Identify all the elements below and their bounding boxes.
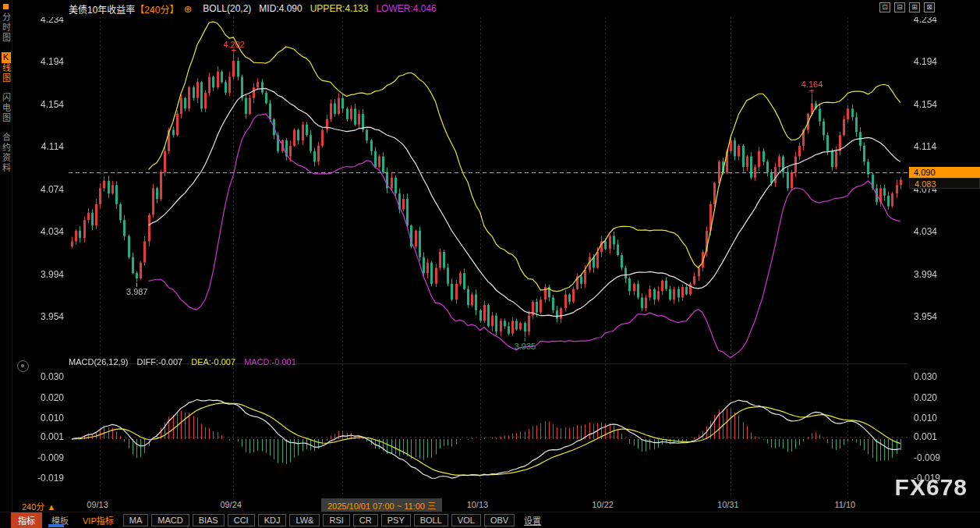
title-group: 美债10年收益率 【240分】 ⊕ (69, 2, 192, 16)
period-arrow-icon: ▲ (47, 502, 55, 512)
macd-dea-value: DEA:-0.007 (191, 357, 235, 367)
sidebar-item-contract-info[interactable]: 合约资料 (0, 133, 12, 173)
sidebar-item-candlestick-chart[interactable]: K线图 (0, 52, 12, 83)
indicator-button-bias[interactable]: BIAS (193, 514, 225, 526)
boll-upper-value: UPPER:4.133 (310, 3, 369, 14)
indicator-button-rsi[interactable]: RSI (323, 514, 349, 526)
pane-minimize-icon[interactable]: ⊟ (894, 2, 905, 12)
chart-type-sidebar: 分时图K线图闪电图合约资料 (0, 0, 12, 512)
period-badge: 【240分】 (135, 2, 179, 16)
sidebar-item-time-chart[interactable]: 分时图 (0, 12, 12, 43)
indicator-button-kdj[interactable]: KDJ (258, 514, 287, 526)
tab-indicators[interactable]: 指标 (11, 512, 42, 528)
indicator-button-boll[interactable]: BOLL (414, 514, 448, 526)
boll-mid-value: MID:4.090 (259, 3, 302, 14)
boll-indicator-readout: BOLL(20,2) MID:4.090 UPPER:4.133 LOWER:4… (203, 3, 437, 14)
boll-label: BOLL(20,2) (203, 3, 251, 14)
x-axis-label: 10/13 (467, 500, 489, 509)
period-text: 240分 (22, 502, 44, 512)
last-price-tag: 4.083 (909, 178, 980, 189)
page-title: 美债10年收益率 (69, 2, 135, 16)
watermark: FX678 (895, 474, 968, 501)
top-bar: 美债10年收益率 【240分】 ⊕ BOLL(20,2) MID:4.090 U… (12, 0, 980, 17)
indicator-button-cr[interactable]: CR (353, 514, 378, 526)
window-controls: ⊡ ⊟ ⊞ ⊠ (879, 2, 935, 12)
macd-diff-value: DIFF:-0.007 (136, 357, 182, 367)
period-label[interactable]: 240分 ▲ (22, 500, 55, 512)
pane-restore-icon[interactable]: ⊡ (879, 2, 890, 12)
bar-info-readout: 2025/10/01 07:00 ~ 11:00 三 (321, 498, 442, 512)
chart-canvas[interactable] (12, 17, 980, 498)
macd-indicator-readout: MACD(26,12,9) DIFF:-0.007 DEA:-0.007 MAC… (69, 357, 296, 367)
macd-macd-value: MACD:-0.001 (244, 357, 296, 367)
scrollbar-thumb[interactable] (48, 524, 64, 527)
tab-vip-indicators[interactable]: VIP指标 (78, 512, 119, 528)
pane-close-icon[interactable]: ⊠ (924, 2, 935, 12)
x-axis-label: 10/31 (717, 500, 739, 509)
indicator-button-obv[interactable]: OBV (484, 514, 515, 526)
boll-lower-value: LOWER:4.046 (376, 3, 436, 14)
x-axis-label: 09/13 (87, 500, 108, 509)
x-axis-label: 10/22 (592, 500, 614, 509)
indicator-badge-icon[interactable] (17, 360, 29, 372)
indicator-button-ma[interactable]: MA (123, 514, 149, 526)
pane-maximize-icon[interactable]: ⊞ (909, 2, 920, 12)
indicator-button-macd[interactable]: MACD (151, 514, 189, 526)
indicator-button-cci[interactable]: CCI (228, 514, 255, 526)
sidebar-item-tick-chart[interactable]: 闪电图 (0, 93, 12, 123)
indicator-button-vol[interactable]: VOL (451, 514, 481, 526)
settings-button[interactable]: 设置 (519, 512, 546, 528)
connection-status-icon (3, 4, 9, 9)
indicator-button-lw[interactable]: LW& (289, 514, 320, 526)
add-indicator-icon[interactable]: ⊕ (183, 3, 192, 15)
time-axis: 240分 ▲ 2025/10/01 07:00 ~ 11:00 三 09/130… (12, 498, 980, 512)
k-highlight-badge: K (2, 52, 11, 63)
bottom-toolbar: 指标 模板 VIP指标 MAMACDBIASCCIKDJLW&RSICRPSYB… (0, 512, 980, 528)
macd-label: MACD(26,12,9) (69, 357, 128, 367)
indicator-button-psy[interactable]: PSY (381, 514, 411, 526)
x-axis-label: 09/24 (220, 500, 242, 509)
indicator-button-group: MAMACDBIASCCIKDJLW&RSICRPSYBOLLVOLOBV (123, 514, 515, 526)
current-price-tag: 4.090 (909, 167, 980, 178)
x-axis-label: 11/10 (834, 500, 855, 509)
